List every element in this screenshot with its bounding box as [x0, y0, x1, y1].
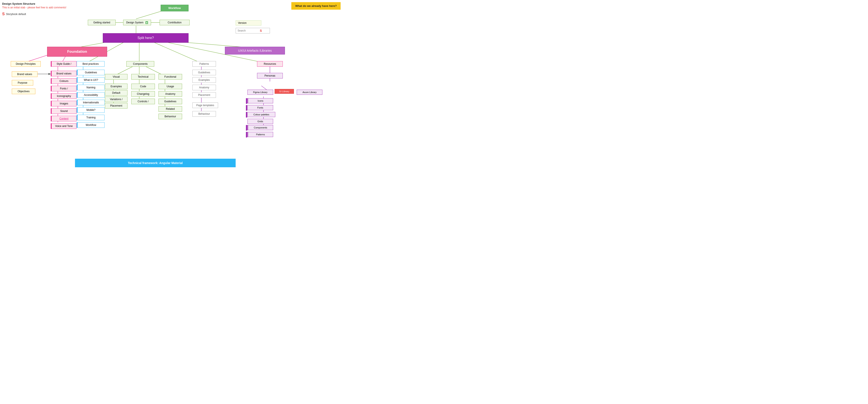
behaviour-f-node: Behaviour: [158, 114, 182, 119]
ux-ui-node: UX/UI Artefacts /Libraries: [225, 47, 285, 55]
grids-node: Grids: [247, 119, 273, 124]
examples-p-node: Examples: [192, 77, 216, 83]
anatomy-p-node: Anatomy: [192, 85, 216, 90]
what-is-ux-node: What is UX?: [77, 77, 104, 83]
header-subtitle: This is an initial stab - please feel fr…: [2, 6, 66, 9]
best-practices-node: Best practices: [77, 61, 104, 67]
page-templates-node: Page templates: [192, 103, 218, 108]
what-do-we-have-button[interactable]: What do we already have here?: [291, 2, 341, 10]
placement-p-node: Placement: [192, 92, 216, 98]
related-node: Related: [158, 106, 182, 112]
svg-line-2: [136, 11, 163, 19]
design-principles-node: Design Principles: [11, 61, 41, 67]
content-node[interactable]: Content: [51, 116, 76, 121]
naming-node: Naming: [77, 85, 104, 90]
storybook-icon: S: [2, 12, 5, 16]
fonts-slash-node: Fonts /: [51, 86, 76, 91]
fonts-r-node: Fonts: [247, 105, 273, 110]
design-system-icon: ■: [146, 21, 148, 24]
objectives-node: Objectives: [12, 89, 35, 94]
getting-started-node: Getting started: [88, 20, 116, 25]
code-node: Code: [131, 84, 155, 89]
style-guide-node: Style Guide /: [51, 61, 76, 67]
usage-node: Usage: [158, 84, 182, 89]
internationalis-node: Internationalis: [77, 100, 104, 105]
variations-v-node: Variations /: [105, 96, 127, 102]
search-input[interactable]: [238, 29, 259, 32]
design-system-text: Design System: [126, 21, 144, 24]
workflow-bp-node: Workflow: [77, 122, 104, 128]
guidelines-f-node: Guidelines: [158, 99, 182, 104]
patterns-r-node: Patterns: [247, 132, 273, 137]
brand-values-right-node: Brand values: [51, 71, 76, 76]
axure-library-node: Axure Library: [297, 90, 322, 95]
placement-v-node: Placement: [105, 103, 127, 109]
patterns-node: Patterns: [192, 61, 216, 67]
mobile-node: Mobile?: [77, 107, 104, 113]
split-here-node: Split here?: [103, 33, 188, 43]
colours-node: Colours: [51, 78, 76, 84]
images-node: Images: [51, 101, 76, 106]
svg-line-8: [148, 40, 199, 62]
purpose-node: Purpose: [12, 80, 33, 86]
personas-node: Personas: [257, 73, 283, 79]
foundation-node: Foundation: [47, 47, 107, 57]
page-title: Design System Structure: [2, 2, 35, 5]
svg-line-30: [116, 66, 133, 75]
version-box: Version: [236, 20, 261, 26]
guidelines-p-node: Guidelines: [192, 70, 216, 75]
figma-library-node: Figma Library: [247, 90, 273, 95]
behaviour-p-node: Behaviour: [192, 111, 216, 117]
workflow-top-node: Workflow: [161, 5, 188, 11]
search-box[interactable]: S: [236, 28, 270, 33]
controls-node: Controls /: [131, 99, 155, 104]
svg-line-32: [146, 66, 163, 75]
guidelines-bp-node: Guidelines: [77, 70, 104, 75]
iconography-node: Iconography: [51, 93, 76, 99]
voice-tone-node: Voice and Tone: [51, 123, 76, 129]
icons-node: Icons: [247, 98, 273, 103]
training-node: Training: [77, 115, 104, 120]
sound-node: Sound: [51, 108, 76, 114]
examples-v-node: Examples: [105, 84, 127, 89]
components-node: Components: [126, 61, 154, 67]
anatomy-f-node: Anatomy: [158, 91, 182, 97]
functional-node: Functional: [158, 74, 182, 80]
colour-palettes-node: Colour palettes: [247, 112, 275, 117]
changelog-node: Changelog: [131, 91, 155, 97]
components-r-node: Components: [247, 125, 273, 130]
accessibility-node: Accessibility: [77, 92, 104, 98]
resources-node: Resources: [257, 61, 283, 67]
default-v-node: Default: [105, 90, 127, 96]
technical-node: Technical: [131, 74, 155, 80]
ui-library-node: Ui Library: [275, 89, 294, 94]
content-label: Content: [59, 117, 68, 120]
bottom-bar: Technical framework: Angular Material: [75, 159, 236, 167]
brand-values-left-node: Brand values: [12, 71, 37, 77]
storybook-search-icon: S: [260, 29, 262, 32]
contribution-node: Contribution: [160, 20, 190, 25]
storybook-label: Storybook default: [6, 13, 26, 16]
design-system-node: Design System■: [123, 20, 151, 25]
visual-node: Visual: [105, 74, 127, 80]
